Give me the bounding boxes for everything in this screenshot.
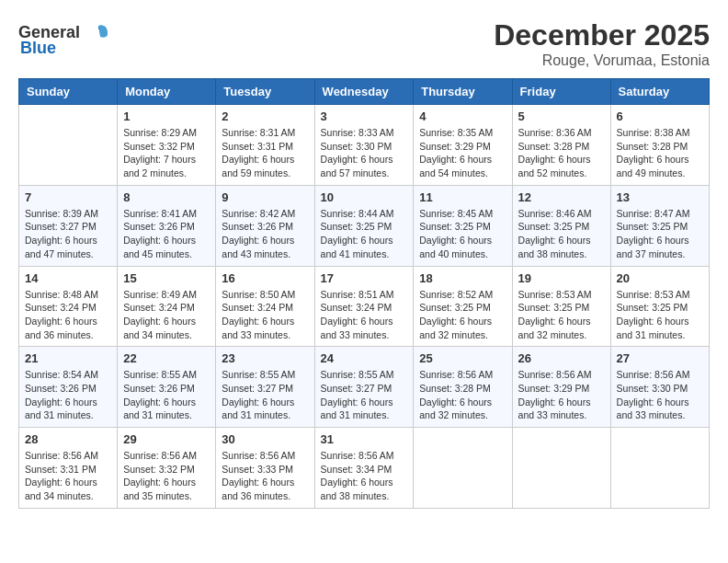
day-detail: Sunrise: 8:46 AM Sunset: 3:25 PM Dayligh… [518, 207, 605, 261]
day-detail: Sunrise: 8:51 AM Sunset: 3:24 PM Dayligh… [321, 288, 408, 342]
day-number: 19 [518, 271, 605, 285]
calendar-table: SundayMondayTuesdayWednesdayThursdayFrid… [18, 78, 710, 509]
calendar-cell: 14Sunrise: 8:48 AM Sunset: 3:24 PM Dayli… [19, 266, 118, 347]
day-number: 8 [123, 190, 210, 204]
month-title: December 2025 [494, 18, 710, 52]
day-detail: Sunrise: 8:56 AM Sunset: 3:34 PM Dayligh… [321, 449, 408, 503]
day-detail: Sunrise: 8:42 AM Sunset: 3:26 PM Dayligh… [222, 207, 308, 261]
day-detail: Sunrise: 8:35 AM Sunset: 3:29 PM Dayligh… [419, 126, 506, 180]
day-detail: Sunrise: 8:49 AM Sunset: 3:24 PM Dayligh… [123, 288, 210, 342]
day-number: 25 [419, 351, 506, 365]
day-number: 28 [25, 432, 111, 446]
day-detail: Sunrise: 8:52 AM Sunset: 3:25 PM Dayligh… [419, 288, 506, 342]
weekday-header: Friday [512, 79, 610, 105]
day-detail: Sunrise: 8:55 AM Sunset: 3:26 PM Dayligh… [123, 368, 210, 422]
calendar-cell: 10Sunrise: 8:44 AM Sunset: 3:25 PM Dayli… [314, 185, 414, 266]
day-detail: Sunrise: 8:56 AM Sunset: 3:33 PM Dayligh… [222, 449, 308, 503]
calendar-cell: 1Sunrise: 8:29 AM Sunset: 3:32 PM Daylig… [118, 105, 216, 186]
calendar-cell: 4Sunrise: 8:35 AM Sunset: 3:29 PM Daylig… [414, 105, 512, 186]
day-detail: Sunrise: 8:56 AM Sunset: 3:31 PM Dayligh… [25, 449, 111, 503]
day-number: 5 [518, 109, 605, 123]
weekday-header-row: SundayMondayTuesdayWednesdayThursdayFrid… [19, 79, 710, 105]
day-detail: Sunrise: 8:39 AM Sunset: 3:27 PM Dayligh… [25, 207, 111, 261]
day-detail: Sunrise: 8:48 AM Sunset: 3:24 PM Dayligh… [25, 288, 111, 342]
day-number: 15 [123, 271, 210, 285]
day-detail: Sunrise: 8:44 AM Sunset: 3:25 PM Dayligh… [321, 207, 408, 261]
day-detail: Sunrise: 8:56 AM Sunset: 3:32 PM Dayligh… [123, 449, 210, 503]
calendar-cell: 17Sunrise: 8:51 AM Sunset: 3:24 PM Dayli… [314, 266, 414, 347]
day-detail: Sunrise: 8:56 AM Sunset: 3:29 PM Dayligh… [518, 368, 605, 422]
day-number: 27 [617, 351, 703, 365]
calendar-cell: 6Sunrise: 8:38 AM Sunset: 3:28 PM Daylig… [610, 105, 709, 186]
day-number: 31 [321, 432, 408, 446]
day-detail: Sunrise: 8:53 AM Sunset: 3:25 PM Dayligh… [518, 288, 605, 342]
calendar-cell: 26Sunrise: 8:56 AM Sunset: 3:29 PM Dayli… [512, 347, 610, 428]
day-detail: Sunrise: 8:36 AM Sunset: 3:28 PM Dayligh… [518, 126, 605, 180]
day-detail: Sunrise: 8:50 AM Sunset: 3:24 PM Dayligh… [222, 288, 308, 342]
calendar-cell: 20Sunrise: 8:53 AM Sunset: 3:25 PM Dayli… [610, 266, 709, 347]
day-detail: Sunrise: 8:55 AM Sunset: 3:27 PM Dayligh… [321, 368, 408, 422]
day-detail: Sunrise: 8:47 AM Sunset: 3:25 PM Dayligh… [617, 207, 703, 261]
day-number: 14 [25, 271, 111, 285]
weekday-header: Wednesday [314, 79, 414, 105]
location-title: Rouge, Vorumaa, Estonia [494, 52, 710, 69]
day-detail: Sunrise: 8:33 AM Sunset: 3:30 PM Dayligh… [321, 126, 408, 180]
day-number: 12 [518, 190, 605, 204]
weekday-header: Sunday [19, 79, 118, 105]
day-number: 20 [617, 271, 703, 285]
calendar-cell [19, 105, 118, 186]
logo-blue: Blue [20, 39, 56, 58]
day-detail: Sunrise: 8:41 AM Sunset: 3:26 PM Dayligh… [123, 207, 210, 261]
day-number: 3 [321, 109, 408, 123]
day-detail: Sunrise: 8:53 AM Sunset: 3:25 PM Dayligh… [617, 288, 703, 342]
calendar-cell: 8Sunrise: 8:41 AM Sunset: 3:26 PM Daylig… [118, 185, 216, 266]
day-number: 13 [617, 190, 703, 204]
day-detail: Sunrise: 8:31 AM Sunset: 3:31 PM Dayligh… [222, 126, 308, 180]
day-number: 17 [321, 271, 408, 285]
calendar-cell: 25Sunrise: 8:56 AM Sunset: 3:28 PM Dayli… [414, 347, 512, 428]
calendar-cell: 31Sunrise: 8:56 AM Sunset: 3:34 PM Dayli… [314, 428, 414, 509]
calendar-cell: 18Sunrise: 8:52 AM Sunset: 3:25 PM Dayli… [414, 266, 512, 347]
logo: General Blue [18, 18, 109, 58]
calendar-cell: 15Sunrise: 8:49 AM Sunset: 3:24 PM Dayli… [118, 266, 216, 347]
calendar-cell [610, 428, 709, 509]
day-detail: Sunrise: 8:29 AM Sunset: 3:32 PM Dayligh… [123, 126, 210, 180]
day-detail: Sunrise: 8:55 AM Sunset: 3:27 PM Dayligh… [222, 368, 308, 422]
calendar-cell: 12Sunrise: 8:46 AM Sunset: 3:25 PM Dayli… [512, 185, 610, 266]
calendar-week-row: 21Sunrise: 8:54 AM Sunset: 3:26 PM Dayli… [19, 347, 710, 428]
day-number: 1 [123, 109, 210, 123]
calendar-week-row: 28Sunrise: 8:56 AM Sunset: 3:31 PM Dayli… [19, 428, 710, 509]
calendar-week-row: 1Sunrise: 8:29 AM Sunset: 3:32 PM Daylig… [19, 105, 710, 186]
calendar-week-row: 14Sunrise: 8:48 AM Sunset: 3:24 PM Dayli… [19, 266, 710, 347]
calendar-cell [414, 428, 512, 509]
day-number: 24 [321, 351, 408, 365]
weekday-header: Thursday [414, 79, 512, 105]
calendar-cell: 7Sunrise: 8:39 AM Sunset: 3:27 PM Daylig… [19, 185, 118, 266]
day-detail: Sunrise: 8:56 AM Sunset: 3:30 PM Dayligh… [617, 368, 703, 422]
calendar-cell: 13Sunrise: 8:47 AM Sunset: 3:25 PM Dayli… [610, 185, 709, 266]
calendar-cell: 9Sunrise: 8:42 AM Sunset: 3:26 PM Daylig… [216, 185, 314, 266]
day-detail: Sunrise: 8:56 AM Sunset: 3:28 PM Dayligh… [419, 368, 506, 422]
day-number: 26 [518, 351, 605, 365]
calendar-week-row: 7Sunrise: 8:39 AM Sunset: 3:27 PM Daylig… [19, 185, 710, 266]
day-number: 30 [222, 432, 308, 446]
day-detail: Sunrise: 8:38 AM Sunset: 3:28 PM Dayligh… [617, 126, 703, 180]
calendar-cell: 23Sunrise: 8:55 AM Sunset: 3:27 PM Dayli… [216, 347, 314, 428]
day-number: 10 [321, 190, 408, 204]
title-block: December 2025 Rouge, Vorumaa, Estonia [494, 18, 710, 69]
day-number: 29 [123, 432, 210, 446]
calendar-cell: 2Sunrise: 8:31 AM Sunset: 3:31 PM Daylig… [216, 105, 314, 186]
calendar-cell: 3Sunrise: 8:33 AM Sunset: 3:30 PM Daylig… [314, 105, 414, 186]
day-number: 16 [222, 271, 308, 285]
weekday-header: Tuesday [216, 79, 314, 105]
calendar-cell: 22Sunrise: 8:55 AM Sunset: 3:26 PM Dayli… [118, 347, 216, 428]
weekday-header: Saturday [610, 79, 709, 105]
day-number: 4 [419, 109, 506, 123]
day-number: 18 [419, 271, 506, 285]
day-number: 2 [222, 109, 308, 123]
weekday-header: Monday [118, 79, 216, 105]
calendar-cell: 27Sunrise: 8:56 AM Sunset: 3:30 PM Dayli… [610, 347, 709, 428]
calendar-cell: 5Sunrise: 8:36 AM Sunset: 3:28 PM Daylig… [512, 105, 610, 186]
calendar-cell: 24Sunrise: 8:55 AM Sunset: 3:27 PM Dayli… [314, 347, 414, 428]
calendar-cell: 30Sunrise: 8:56 AM Sunset: 3:33 PM Dayli… [216, 428, 314, 509]
